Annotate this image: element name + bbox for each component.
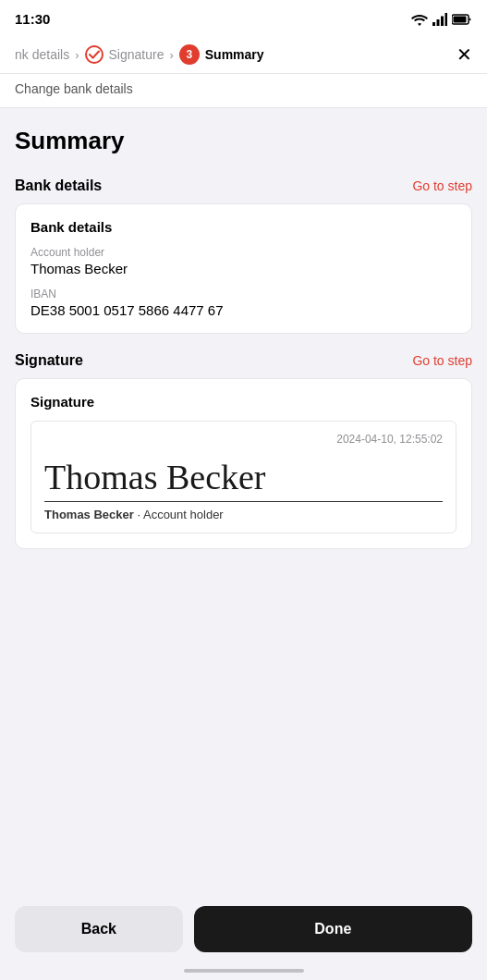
- signature-card: Signature 2024-04-10, 12:55:02 Thomas Be…: [15, 378, 472, 549]
- main-content: Summary Bank details Go to step Bank det…: [0, 108, 487, 549]
- step1-label: nk details: [15, 47, 69, 62]
- button-row: Back Done: [15, 906, 472, 952]
- svg-rect-2: [441, 16, 444, 26]
- svg-rect-5: [454, 16, 467, 22]
- step2-check-icon: [85, 45, 103, 64]
- signature-go-to-step[interactable]: Go to step: [412, 353, 472, 368]
- status-bar: 11:30: [0, 0, 487, 34]
- account-holder-value: Thomas Becker: [30, 261, 457, 276]
- bank-details-go-to-step[interactable]: Go to step: [412, 178, 472, 193]
- bank-details-card: Bank details Account holder Thomas Becke…: [15, 203, 472, 334]
- back-button[interactable]: Back: [15, 906, 183, 952]
- signature-section-title: Signature: [15, 352, 83, 369]
- step3-item: 3 Summary: [179, 44, 264, 65]
- checkmark-icon: [89, 50, 100, 59]
- svg-rect-3: [445, 13, 448, 26]
- signature-section: Signature Go to step Signature 2024-04-1…: [15, 352, 472, 549]
- svg-rect-1: [437, 19, 440, 26]
- step1-item: nk details: [15, 47, 69, 62]
- chevron2-icon: ›: [169, 48, 173, 62]
- status-time: 11:30: [15, 11, 50, 27]
- step2-label: Signature: [109, 47, 164, 62]
- step-navigation: nk details › Signature › 3 Summary ✕: [0, 34, 487, 74]
- home-indicator: [184, 969, 304, 973]
- signal-icon: [432, 13, 447, 26]
- status-icons: [411, 13, 472, 26]
- step3-badge: 3: [179, 44, 200, 65]
- account-holder-label: Account holder: [30, 246, 457, 259]
- signature-header: Signature Go to step: [15, 352, 472, 369]
- signature-signer-name: Thomas Becker: [44, 508, 134, 521]
- iban-label: IBAN: [30, 288, 457, 300]
- chevron1-icon: ›: [75, 48, 79, 62]
- bank-details-header: Bank details Go to step: [15, 178, 472, 194]
- signature-card-title: Signature: [30, 394, 457, 410]
- bank-details-card-title: Bank details: [30, 219, 457, 235]
- done-button[interactable]: Done: [194, 906, 472, 952]
- svg-rect-0: [432, 22, 435, 26]
- bank-details-section: Bank details Go to step Bank details Acc…: [15, 178, 472, 334]
- battery-icon: [452, 14, 472, 25]
- signature-image: Thomas Becker: [44, 449, 443, 502]
- page-title: Summary: [15, 127, 472, 155]
- iban-value: DE38 5001 0517 5866 4477 67: [30, 302, 457, 318]
- signature-timestamp: 2024-04-10, 12:55:02: [44, 433, 443, 446]
- signature-signer-role: Account holder: [143, 508, 224, 521]
- bottom-action-area: Back Done: [0, 891, 487, 980]
- step3-label: Summary: [205, 47, 264, 62]
- change-bank-details-link[interactable]: Change bank details: [0, 74, 487, 108]
- wifi-icon: [411, 13, 428, 26]
- signature-signer-info: Thomas Becker · Account holder: [44, 508, 443, 521]
- step2-item: Signature: [85, 45, 164, 64]
- close-button[interactable]: ✕: [457, 43, 472, 66]
- bank-details-section-title: Bank details: [15, 178, 102, 194]
- signature-box: 2024-04-10, 12:55:02 Thomas Becker Thoma…: [30, 421, 457, 533]
